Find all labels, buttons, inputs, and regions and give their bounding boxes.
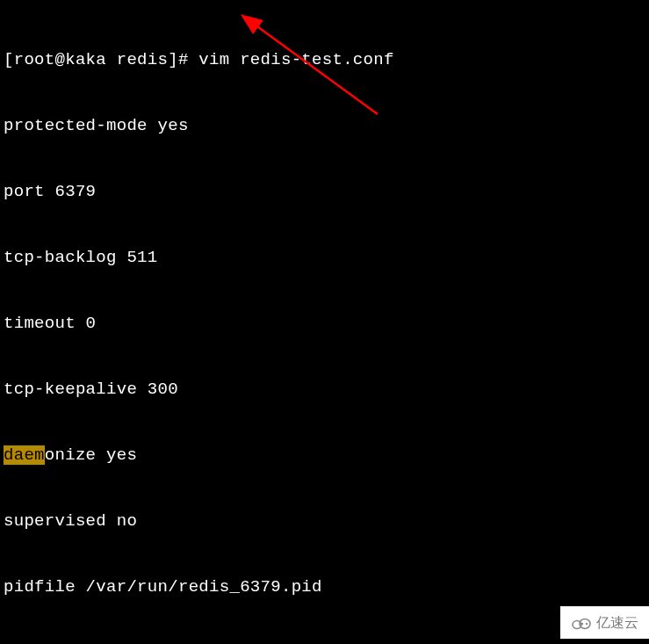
config-line: supervised no	[4, 510, 645, 532]
config-line: tcp-backlog 511	[4, 247, 645, 269]
terminal-output: [root@kaka redis]# vim redis-test.conf p…	[4, 5, 645, 644]
config-text: onize yes	[45, 445, 137, 465]
watermark: 亿速云	[560, 606, 649, 639]
watermark-text: 亿速云	[596, 611, 638, 633]
config-line: timeout 0	[4, 313, 645, 335]
config-line: protected-mode yes	[4, 115, 645, 137]
search-highlight: daem	[4, 445, 45, 465]
config-line: tcp-keepalive 300	[4, 379, 645, 401]
config-line: port 6379	[4, 181, 645, 203]
svg-point-4	[581, 622, 583, 624]
shell-prompt-line: [root@kaka redis]# vim redis-test.conf	[4, 49, 645, 71]
cloud-icon	[571, 615, 592, 631]
svg-point-5	[586, 622, 588, 624]
config-line: pidfile /var/run/redis_6379.pid	[4, 576, 645, 598]
config-line-highlighted: daemonize yes	[4, 445, 645, 467]
